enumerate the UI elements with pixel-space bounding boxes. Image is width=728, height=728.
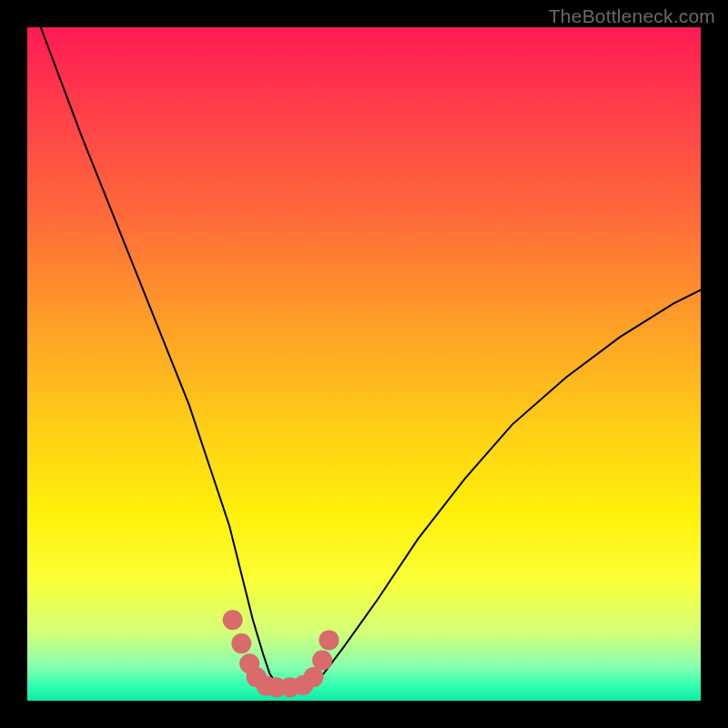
highlight-dot (223, 610, 243, 630)
highlight-dot (231, 633, 251, 653)
chart-svg (27, 27, 701, 701)
plot-area (27, 27, 701, 701)
bottleneck-curve (41, 27, 701, 687)
highlight-dot (319, 630, 339, 650)
highlight-dot (312, 651, 332, 671)
watermark: TheBottleneck.com (549, 5, 715, 27)
optimal-range-markers (223, 610, 339, 697)
